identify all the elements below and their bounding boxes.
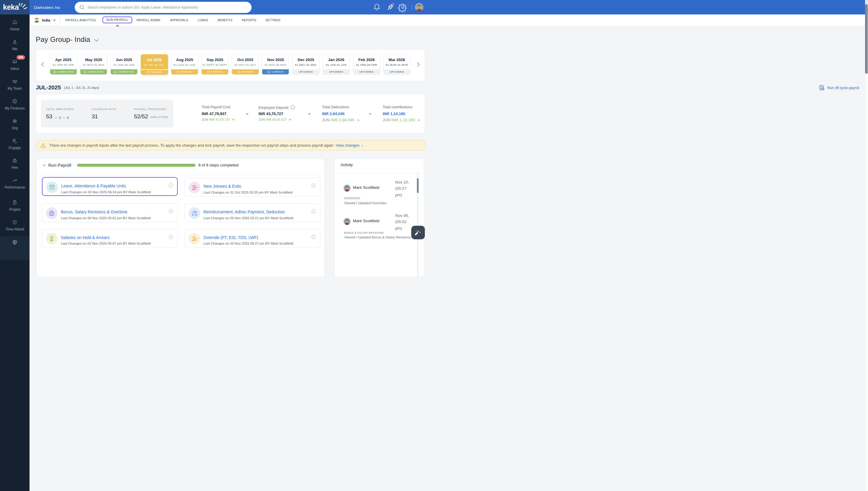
svg-text:keka: keka [3, 3, 19, 11]
